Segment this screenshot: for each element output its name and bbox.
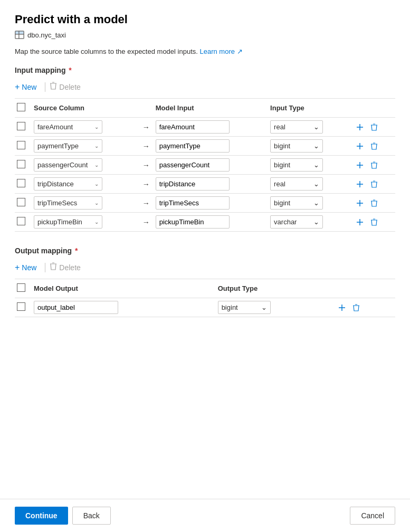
arrow-icon: → — [142, 218, 150, 226]
svg-rect-4 — [19, 34, 24, 39]
input-mapping-row: paymentType ⌄ → bigint ⌄ — [15, 137, 395, 156]
chevron-down-icon: ⌄ — [94, 124, 99, 130]
input-type-select-0[interactable]: real ⌄ — [270, 120, 323, 134]
source-column-select-5[interactable]: pickupTimeBin ⌄ — [34, 215, 102, 229]
input-row-checkbox-3[interactable] — [17, 179, 25, 187]
output-mapping-row: bigint ⌄ — [15, 298, 395, 317]
svg-rect-3 — [15, 34, 19, 39]
input-type-select-3[interactable]: real ⌄ — [270, 177, 323, 191]
source-column-select-4[interactable]: tripTimeSecs ⌄ — [34, 196, 102, 210]
output-toolbar-divider — [45, 263, 45, 272]
input-delete-button[interactable]: Delete — [50, 80, 84, 94]
add-row-button-5[interactable] — [354, 217, 366, 227]
source-column-select-0[interactable]: fareAmount ⌄ — [34, 120, 102, 134]
trash-icon-output — [50, 262, 57, 272]
input-new-button[interactable]: + New — [15, 81, 41, 93]
plus-icon: + — [15, 83, 20, 91]
input-row-checkbox-4[interactable] — [17, 198, 25, 206]
add-row-button-3[interactable] — [354, 179, 366, 189]
input-select-all-checkbox[interactable] — [17, 103, 25, 111]
description-text: Map the source table columns to the expe… — [15, 48, 395, 55]
model-input-header: Model Input — [154, 99, 268, 118]
input-row-checkbox-2[interactable] — [17, 160, 25, 168]
output-delete-button[interactable]: Delete — [50, 260, 84, 274]
output-row-checkbox-0[interactable] — [17, 302, 25, 311]
plus-icon-output: + — [15, 263, 20, 272]
source-column-header: Source Column — [32, 99, 139, 118]
arrow-icon: → — [142, 199, 150, 207]
input-type-header: Input Type — [268, 99, 352, 118]
model-output-header: Model Output — [32, 279, 216, 298]
arrow-icon: → — [142, 180, 150, 188]
input-type-select-4[interactable]: bigint ⌄ — [270, 196, 323, 210]
delete-row-button-2[interactable] — [369, 160, 379, 170]
input-row-checkbox-5[interactable] — [17, 217, 25, 225]
row-actions-0 — [354, 122, 393, 132]
output-mapping-title: Output mapping * — [15, 246, 395, 255]
delete-row-button-5[interactable] — [369, 217, 379, 227]
model-input-field-5[interactable] — [156, 215, 230, 229]
chevron-down-icon: ⌄ — [313, 161, 319, 169]
row-actions-5 — [354, 217, 393, 227]
input-row-checkbox-0[interactable] — [17, 122, 25, 130]
add-row-button-4[interactable] — [354, 198, 366, 208]
source-column-select-1[interactable]: paymentType ⌄ — [34, 139, 102, 153]
delete-row-button-1[interactable] — [369, 141, 379, 151]
source-column-select-2[interactable]: passengerCount ⌄ — [34, 158, 102, 172]
output-row-actions-0 — [336, 303, 393, 312]
delete-row-button-0[interactable] — [369, 122, 379, 132]
output-mapping-toolbar: + New Delete — [15, 260, 395, 279]
model-input-field-1[interactable] — [156, 139, 230, 153]
arrow-icon: → — [142, 161, 150, 169]
model-output-field-0[interactable] — [34, 301, 118, 314]
input-mapping-row: passengerCount ⌄ → bigint ⌄ — [15, 156, 395, 175]
delete-output-row-button-0[interactable] — [351, 303, 361, 312]
footer: Continue Back Cancel — [0, 499, 410, 532]
learn-more-link[interactable]: Learn more — [199, 48, 234, 55]
model-input-field-0[interactable] — [156, 120, 230, 134]
db-name: dbo.nyc_taxi — [27, 31, 66, 39]
input-mapping-toolbar: + New Delete — [15, 80, 395, 99]
main-content: Predict with a model dbo.nyc_taxi Map th… — [0, 0, 410, 499]
output-select-all-checkbox[interactable] — [17, 283, 25, 292]
input-row-checkbox-1[interactable] — [17, 141, 25, 149]
add-row-button-1[interactable] — [354, 141, 366, 151]
arrow-icon: → — [142, 142, 150, 150]
input-mapping-row: tripDistance ⌄ → real ⌄ — [15, 175, 395, 194]
model-input-field-4[interactable] — [156, 196, 230, 210]
continue-button[interactable]: Continue — [15, 507, 68, 525]
input-mapping-title: Input mapping * — [15, 66, 395, 74]
row-actions-4 — [354, 198, 393, 208]
model-input-field-3[interactable] — [156, 177, 230, 191]
delete-row-button-3[interactable] — [369, 179, 379, 189]
output-select-all-col — [15, 279, 32, 298]
chevron-down-icon: ⌄ — [94, 162, 99, 168]
chevron-down-icon: ⌄ — [261, 303, 267, 311]
toolbar-divider — [45, 82, 45, 92]
cancel-button[interactable]: Cancel — [350, 507, 395, 525]
add-output-row-button-0[interactable] — [336, 303, 348, 312]
chevron-down-icon: ⌄ — [313, 180, 319, 188]
source-column-select-3[interactable]: tripDistance ⌄ — [34, 177, 102, 191]
trash-icon — [50, 82, 57, 92]
output-type-select-0[interactable]: bigint ⌄ — [218, 301, 271, 314]
chevron-down-icon: ⌄ — [94, 181, 99, 187]
add-row-button-2[interactable] — [354, 160, 366, 170]
delete-row-button-4[interactable] — [369, 198, 379, 208]
back-button[interactable]: Back — [72, 507, 111, 525]
chevron-down-icon: ⌄ — [94, 200, 99, 206]
input-mapping-table: Source Column Model Input Input Type far… — [15, 99, 395, 232]
row-actions-1 — [354, 141, 393, 151]
chevron-down-icon: ⌄ — [313, 218, 319, 226]
add-row-button-0[interactable] — [354, 122, 366, 132]
database-icon — [15, 31, 24, 39]
chevron-down-icon: ⌄ — [313, 123, 319, 131]
output-new-button[interactable]: + New — [15, 261, 41, 274]
input-type-select-5[interactable]: varchar ⌄ — [270, 215, 323, 229]
input-mapping-row: pickupTimeBin ⌄ → varchar ⌄ — [15, 213, 395, 232]
model-input-field-2[interactable] — [156, 158, 230, 172]
input-type-select-2[interactable]: bigint ⌄ — [270, 158, 323, 172]
output-mapping-table: Model Output Output Type bigint ⌄ — [15, 279, 395, 317]
chevron-down-icon: ⌄ — [313, 199, 319, 207]
input-type-select-1[interactable]: bigint ⌄ — [270, 139, 323, 153]
